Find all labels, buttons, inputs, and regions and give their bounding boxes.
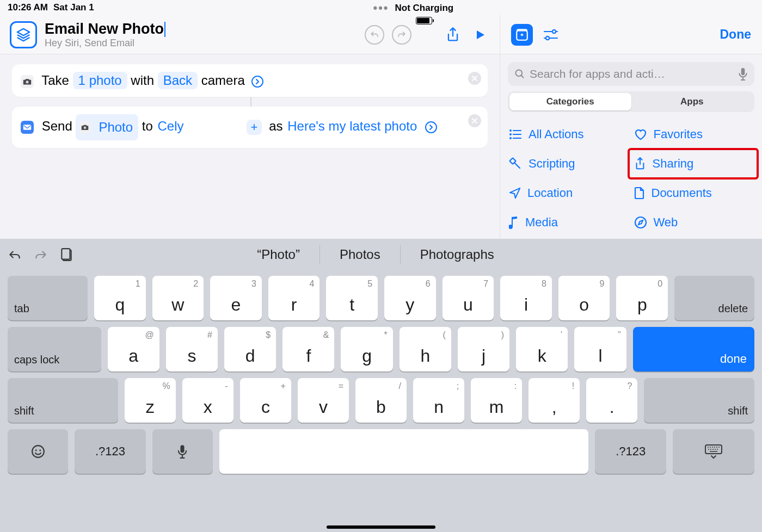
onscreen-keyboard[interactable]: “Photo” Photos Photographs tab 1q2w3e4r5… <box>0 239 762 532</box>
key-g[interactable]: *g <box>341 327 392 372</box>
key-hide-keyboard[interactable] <box>673 429 754 474</box>
shortcut-title[interactable]: Email New Photo <box>45 21 165 38</box>
multitask-dots-icon[interactable]: ••• <box>373 1 389 15</box>
key-m[interactable]: :m <box>471 378 522 423</box>
key-x[interactable]: -x <box>182 378 233 423</box>
key-numsym-right[interactable]: .?123 <box>595 429 666 474</box>
action-take-photo[interactable]: Take 1 photo with Back camera <box>12 64 488 97</box>
document-icon <box>634 187 645 200</box>
token-subject[interactable]: Here's my latest photo <box>286 117 418 134</box>
delete-action-button[interactable] <box>468 114 481 127</box>
segment-apps[interactable]: Apps <box>631 93 753 110</box>
category-web[interactable]: Web <box>633 212 755 233</box>
key-l[interactable]: ”l <box>574 327 626 372</box>
key-p[interactable]: 0p <box>616 276 668 320</box>
undo-icon <box>369 29 380 40</box>
category-scripting[interactable]: Scripting <box>508 153 630 174</box>
key-y[interactable]: 6y <box>384 276 436 320</box>
key-.[interactable]: ?. <box>586 378 637 423</box>
key-tab[interactable]: tab <box>8 276 88 320</box>
key-q[interactable]: 1q <box>94 276 146 320</box>
redo-button[interactable] <box>392 25 411 45</box>
key-space[interactable] <box>219 429 588 474</box>
svg-point-2 <box>84 127 86 129</box>
key-shift-left[interactable]: shift <box>8 378 118 423</box>
category-sharing[interactable]: Sharing <box>633 153 755 174</box>
category-media[interactable]: Media <box>508 212 630 233</box>
action-send-email[interactable]: Send Photo to Cely + as Here's my latest… <box>12 107 488 148</box>
action-text: as <box>269 119 282 133</box>
key-n[interactable]: ;n <box>413 378 464 423</box>
settings-button[interactable] <box>543 28 559 42</box>
segment-categories[interactable]: Categories <box>509 93 631 110</box>
key-r[interactable]: 4r <box>268 276 320 320</box>
mic-icon[interactable] <box>738 67 748 81</box>
key-delete[interactable]: delete <box>674 276 754 320</box>
token-photo-variable[interactable]: Photo <box>76 114 138 140</box>
svg-point-16 <box>35 449 36 451</box>
key-d[interactable]: $d <box>224 327 276 372</box>
action-text: Take <box>41 73 69 88</box>
key-,[interactable]: !, <box>529 378 580 423</box>
key-t[interactable]: 5t <box>326 276 378 320</box>
category-location[interactable]: Location <box>508 183 630 203</box>
done-button[interactable]: Done <box>720 27 752 42</box>
key-j[interactable]: )j <box>458 327 509 372</box>
library-button[interactable] <box>511 24 533 46</box>
key-z[interactable]: %z <box>125 378 176 423</box>
svg-point-4 <box>552 29 556 33</box>
redo-icon[interactable] <box>34 249 48 261</box>
key-emoji[interactable] <box>8 429 68 474</box>
key-a[interactable]: @a <box>108 327 159 372</box>
svg-point-12 <box>635 217 646 228</box>
key-w[interactable]: 2w <box>152 276 204 320</box>
shortcut-icon[interactable] <box>10 21 37 48</box>
key-done[interactable]: done <box>633 327 754 372</box>
suggestion-3[interactable]: Photographs <box>401 244 514 265</box>
disclosure-button[interactable] <box>425 121 437 133</box>
category-all-actions[interactable]: All Actions <box>508 124 630 145</box>
sparkle-card-icon <box>515 28 529 42</box>
svg-rect-1 <box>23 125 31 130</box>
token-photo-count[interactable]: 1 photo <box>73 72 127 89</box>
token-camera-side[interactable]: Back <box>158 72 198 89</box>
camera-chip-icon <box>21 75 34 88</box>
key-o[interactable]: 9o <box>558 276 610 320</box>
mail-chip-icon <box>21 121 34 134</box>
music-note-icon <box>509 216 519 229</box>
key-capslock[interactable]: caps lock <box>8 327 101 372</box>
run-button[interactable] <box>470 25 490 45</box>
key-e[interactable]: 3e <box>210 276 262 320</box>
key-u[interactable]: 7u <box>443 276 494 320</box>
undo-button[interactable] <box>365 25 384 45</box>
key-f[interactable]: &f <box>282 327 334 372</box>
key-h[interactable]: (h <box>400 327 451 372</box>
disclosure-button[interactable] <box>251 76 263 88</box>
add-recipient-button[interactable]: + <box>247 120 262 135</box>
category-favorites[interactable]: Favorites <box>633 124 755 145</box>
key-c[interactable]: +c <box>240 378 291 423</box>
delete-action-button[interactable] <box>468 72 481 85</box>
key-i[interactable]: 8i <box>500 276 552 320</box>
key-v[interactable]: =v <box>298 378 349 423</box>
library-header: Done <box>500 15 762 54</box>
share-button[interactable] <box>443 25 463 45</box>
key-k[interactable]: ’k <box>516 327 568 372</box>
key-s[interactable]: #s <box>166 327 218 372</box>
key-dictate[interactable] <box>152 429 213 474</box>
key-b[interactable]: /b <box>355 378 407 423</box>
search-icon <box>514 69 525 79</box>
home-indicator[interactable] <box>327 525 435 529</box>
battery-icon <box>416 17 432 24</box>
token-recipient[interactable]: Cely <box>156 117 185 134</box>
heart-icon <box>634 128 647 140</box>
suggestion-2[interactable]: Photos <box>320 244 400 265</box>
undo-icon[interactable] <box>8 249 22 261</box>
category-documents[interactable]: Documents <box>633 183 755 203</box>
clipboard-icon[interactable] <box>60 248 73 262</box>
key-shift-right[interactable]: shift <box>644 378 754 423</box>
segmented-control[interactable]: Categories Apps <box>508 91 754 112</box>
suggestion-1[interactable]: “Photo” <box>237 244 319 265</box>
search-input[interactable]: Search for apps and acti… <box>508 62 754 86</box>
key-numsym-left[interactable]: .?123 <box>75 429 146 474</box>
